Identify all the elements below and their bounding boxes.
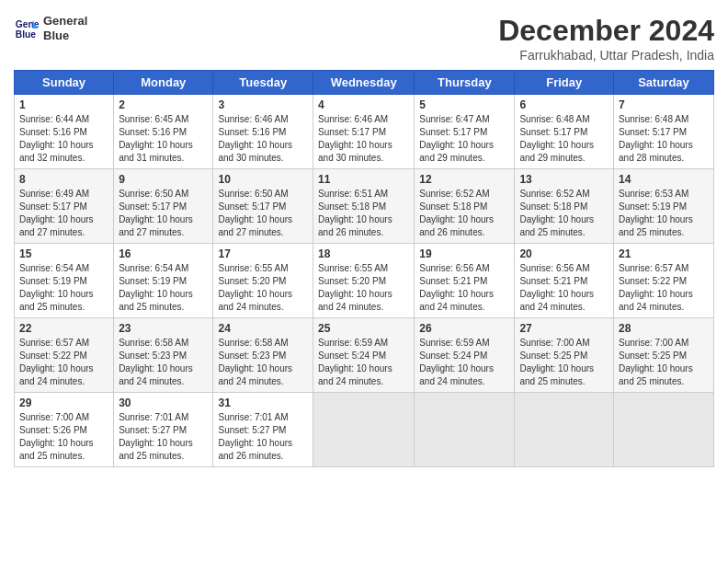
calendar-header-row: Sunday Monday Tuesday Wednesday Thursday…	[15, 71, 714, 95]
calendar-week-1: 1 Sunrise: 6:44 AM Sunset: 5:16 PM Dayli…	[15, 95, 714, 169]
day-info: Sunrise: 6:59 AM Sunset: 5:24 PM Dayligh…	[318, 337, 409, 388]
sunset-label: Sunset: 5:22 PM	[619, 276, 687, 286]
day-number: 1	[19, 98, 108, 111]
day-number: 12	[419, 173, 509, 186]
day-info: Sunrise: 6:55 AM Sunset: 5:20 PM Dayligh…	[318, 262, 409, 314]
daylight-label: Daylight: 10 hours and 24 minutes.	[119, 363, 193, 386]
day-number: 15	[19, 247, 108, 260]
day-number: 26	[419, 322, 509, 335]
day-info: Sunrise: 6:54 AM Sunset: 5:19 PM Dayligh…	[119, 262, 208, 314]
calendar-table: Sunday Monday Tuesday Wednesday Thursday…	[14, 70, 714, 467]
day-info: Sunrise: 6:54 AM Sunset: 5:19 PM Dayligh…	[19, 262, 108, 314]
day-info: Sunrise: 6:58 AM Sunset: 5:23 PM Dayligh…	[119, 337, 208, 388]
sunset-label: Sunset: 5:17 PM	[19, 201, 87, 212]
sunset-label: Sunset: 5:16 PM	[218, 127, 286, 137]
col-monday: Monday	[114, 71, 213, 95]
table-row: 31 Sunrise: 7:01 AM Sunset: 5:27 PM Dayl…	[213, 393, 313, 467]
sunset-label: Sunset: 5:18 PM	[419, 201, 487, 212]
day-number: 8	[19, 173, 108, 186]
day-info: Sunrise: 6:53 AM Sunset: 5:19 PM Dayligh…	[619, 188, 709, 239]
col-tuesday: Tuesday	[213, 71, 313, 95]
day-info: Sunrise: 6:44 AM Sunset: 5:16 PM Dayligh…	[19, 113, 108, 165]
day-number: 5	[419, 98, 509, 111]
day-info: Sunrise: 7:01 AM Sunset: 5:27 PM Dayligh…	[218, 411, 308, 463]
day-info: Sunrise: 6:55 AM Sunset: 5:20 PM Dayligh…	[218, 262, 308, 314]
sunset-label: Sunset: 5:16 PM	[19, 127, 87, 137]
sunrise-label: Sunrise: 6:53 AM	[619, 189, 688, 199]
sunset-label: Sunset: 5:27 PM	[119, 425, 187, 435]
daylight-label: Daylight: 10 hours and 27 minutes.	[218, 214, 292, 237]
sunrise-label: Sunrise: 6:44 AM	[19, 114, 89, 124]
page-header: General Blue General Blue December 2024 …	[14, 14, 714, 63]
table-row: 10 Sunrise: 6:50 AM Sunset: 5:17 PM Dayl…	[213, 169, 313, 244]
day-number: 20	[519, 247, 609, 260]
day-number: 6	[519, 98, 609, 111]
table-row: 5 Sunrise: 6:47 AM Sunset: 5:17 PM Dayli…	[415, 95, 515, 169]
sunrise-label: Sunrise: 6:46 AM	[218, 114, 288, 124]
col-thursday: Thursday	[415, 71, 515, 95]
logo-text-line1: General	[43, 14, 87, 29]
svg-text:Blue: Blue	[16, 29, 37, 40]
daylight-label: Daylight: 10 hours and 25 minutes.	[19, 289, 94, 312]
daylight-label: Daylight: 10 hours and 25 minutes.	[19, 438, 94, 461]
daylight-label: Daylight: 10 hours and 25 minutes.	[119, 438, 193, 461]
sunrise-label: Sunrise: 6:50 AM	[218, 189, 288, 199]
day-number: 11	[318, 173, 409, 186]
daylight-label: Daylight: 10 hours and 31 minutes.	[119, 140, 193, 163]
day-number: 29	[19, 396, 108, 409]
page-title: December 2024	[498, 14, 714, 48]
daylight-label: Daylight: 10 hours and 26 minutes.	[218, 438, 292, 461]
day-number: 3	[218, 98, 308, 111]
table-row: 2 Sunrise: 6:45 AM Sunset: 5:16 PM Dayli…	[114, 95, 213, 169]
sunrise-label: Sunrise: 6:52 AM	[419, 189, 489, 199]
sunset-label: Sunset: 5:27 PM	[218, 425, 286, 435]
day-info: Sunrise: 6:45 AM Sunset: 5:16 PM Dayligh…	[119, 113, 208, 165]
day-number: 17	[218, 247, 308, 260]
daylight-label: Daylight: 10 hours and 24 minutes.	[619, 289, 693, 312]
daylight-label: Daylight: 10 hours and 29 minutes.	[519, 140, 594, 163]
day-number: 2	[119, 98, 208, 111]
sunrise-label: Sunrise: 6:46 AM	[318, 114, 388, 124]
day-info: Sunrise: 6:48 AM Sunset: 5:17 PM Dayligh…	[619, 113, 709, 165]
sunset-label: Sunset: 5:19 PM	[119, 276, 187, 286]
title-area: December 2024 Farrukhabad, Uttar Pradesh…	[498, 14, 714, 63]
sunrise-label: Sunrise: 6:47 AM	[419, 114, 489, 124]
day-info: Sunrise: 7:01 AM Sunset: 5:27 PM Dayligh…	[119, 411, 208, 463]
sunrise-label: Sunrise: 6:54 AM	[19, 263, 89, 273]
sunrise-label: Sunrise: 6:57 AM	[19, 338, 89, 348]
day-info: Sunrise: 6:52 AM Sunset: 5:18 PM Dayligh…	[419, 188, 509, 239]
day-info: Sunrise: 6:57 AM Sunset: 5:22 PM Dayligh…	[19, 337, 108, 388]
sunset-label: Sunset: 5:18 PM	[519, 201, 587, 212]
daylight-label: Daylight: 10 hours and 25 minutes.	[619, 214, 693, 237]
sunrise-label: Sunrise: 6:56 AM	[419, 263, 489, 273]
sunset-label: Sunset: 5:21 PM	[419, 276, 487, 286]
table-row: 4 Sunrise: 6:46 AM Sunset: 5:17 PM Dayli…	[313, 95, 415, 169]
table-row	[614, 393, 714, 467]
sunset-label: Sunset: 5:17 PM	[218, 201, 286, 212]
sunset-label: Sunset: 5:16 PM	[119, 127, 187, 137]
sunrise-label: Sunrise: 6:59 AM	[318, 338, 388, 348]
calendar-week-2: 8 Sunrise: 6:49 AM Sunset: 5:17 PM Dayli…	[15, 169, 714, 244]
sunrise-label: Sunrise: 6:55 AM	[218, 263, 288, 273]
calendar-week-4: 22 Sunrise: 6:57 AM Sunset: 5:22 PM Dayl…	[15, 318, 714, 393]
calendar-week-5: 29 Sunrise: 7:00 AM Sunset: 5:26 PM Dayl…	[15, 393, 714, 467]
table-row: 30 Sunrise: 7:01 AM Sunset: 5:27 PM Dayl…	[114, 393, 213, 467]
table-row: 3 Sunrise: 6:46 AM Sunset: 5:16 PM Dayli…	[213, 95, 313, 169]
sunrise-label: Sunrise: 6:59 AM	[419, 338, 489, 348]
day-number: 19	[419, 247, 509, 260]
sunrise-label: Sunrise: 6:48 AM	[619, 114, 688, 124]
table-row: 28 Sunrise: 7:00 AM Sunset: 5:25 PM Dayl…	[614, 318, 714, 393]
table-row: 1 Sunrise: 6:44 AM Sunset: 5:16 PM Dayli…	[15, 95, 114, 169]
table-row: 7 Sunrise: 6:48 AM Sunset: 5:17 PM Dayli…	[614, 95, 714, 169]
daylight-label: Daylight: 10 hours and 24 minutes.	[419, 289, 494, 312]
day-number: 21	[619, 247, 709, 260]
sunrise-label: Sunrise: 7:01 AM	[218, 412, 288, 422]
sunset-label: Sunset: 5:23 PM	[218, 350, 286, 361]
sunrise-label: Sunrise: 6:48 AM	[519, 114, 589, 124]
day-info: Sunrise: 6:50 AM Sunset: 5:17 PM Dayligh…	[119, 188, 208, 239]
day-number: 7	[619, 98, 709, 111]
sunrise-label: Sunrise: 7:00 AM	[619, 338, 688, 348]
col-saturday: Saturday	[614, 71, 714, 95]
table-row: 14 Sunrise: 6:53 AM Sunset: 5:19 PM Dayl…	[614, 169, 714, 244]
daylight-label: Daylight: 10 hours and 28 minutes.	[619, 140, 693, 163]
